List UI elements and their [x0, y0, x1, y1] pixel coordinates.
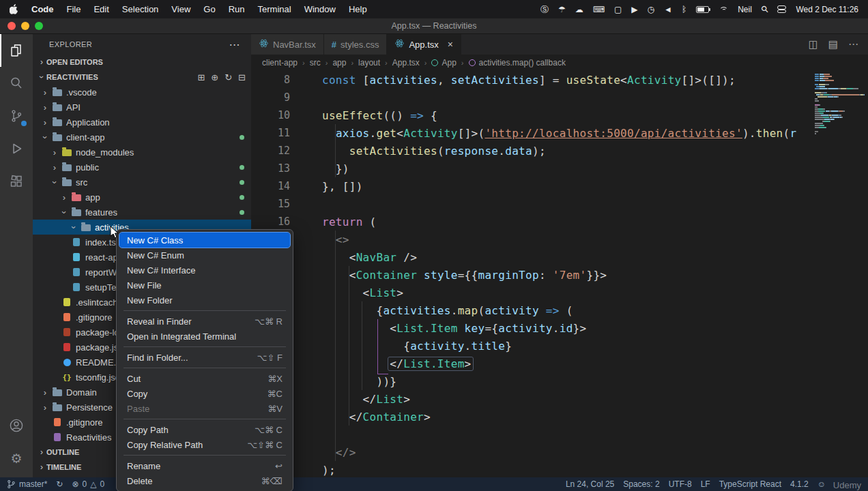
cloud-icon[interactable]: ☁: [575, 5, 583, 14]
menu-run[interactable]: Run: [229, 4, 245, 14]
new-file-icon[interactable]: ⊞: [197, 72, 205, 83]
keyboard-icon[interactable]: ⌨: [593, 5, 605, 14]
context-menu-item-copy-path[interactable]: Copy Path⌥⌘ C: [119, 422, 290, 437]
umbrella-icon[interactable]: ☂: [558, 5, 566, 14]
problems-indicator[interactable]: ⊗ 0 △ 0: [72, 479, 104, 489]
tree-folder-src[interactable]: ›src: [33, 175, 251, 190]
indent-guide: [349, 266, 349, 426]
git-modified-dot: [240, 165, 244, 170]
close-icon[interactable]: ×: [448, 39, 453, 50]
extensions-icon[interactable]: [0, 165, 33, 198]
context-menu-item-copy-relative-path[interactable]: Copy Relative Path⌥⇧⌘ C: [119, 437, 290, 452]
zoom-window-button[interactable]: [35, 22, 43, 30]
context-menu-item-new-folder[interactable]: New Folder: [119, 293, 290, 308]
more-actions-icon[interactable]: ⋯: [848, 38, 858, 50]
tree-folder-api[interactable]: ›API: [33, 100, 251, 115]
display-icon[interactable]: ▢: [614, 5, 622, 14]
context-menu-item-copy[interactable]: Copy⌘C: [119, 386, 290, 401]
explorer-icon[interactable]: [0, 34, 33, 67]
line-number: 16: [251, 215, 290, 228]
minimap[interactable]: [811, 71, 868, 477]
source-control-icon[interactable]: [0, 100, 33, 132]
context-menu-item-open-in-integrated-terminal[interactable]: Open in Integrated Terminal: [119, 329, 290, 344]
new-folder-icon[interactable]: ⊕: [211, 72, 218, 83]
settings-gear-icon[interactable]: ⚙: [0, 442, 33, 475]
code-editor[interactable]: 8const [activities, setActivities] = use…: [251, 71, 868, 477]
apple-menu-icon[interactable]: [10, 4, 18, 14]
context-menu-item-find-in-folder-[interactable]: Find in Folder...⌥⇧ F: [119, 350, 290, 365]
indentation[interactable]: Spaces: 2: [623, 479, 659, 489]
tree-folder-application[interactable]: ›Application: [33, 115, 251, 130]
minimize-window-button[interactable]: [21, 22, 29, 30]
search-icon[interactable]: ⚲: [759, 3, 770, 15]
language-mode[interactable]: TypeScript React: [719, 479, 781, 489]
menu-file[interactable]: File: [67, 4, 81, 14]
breadcrumb-item-app-tsx[interactable]: App.tsx: [392, 58, 420, 68]
menubar-clock[interactable]: Wed 2 Dec 11:26: [796, 5, 858, 14]
tree-folder-client-app[interactable]: ›client-app: [33, 130, 251, 145]
menu-edit[interactable]: Edit: [93, 4, 108, 14]
menu-selection[interactable]: Selection: [122, 4, 158, 14]
breadcrumb-item-app[interactable]: App: [431, 58, 456, 68]
collapse-all-icon[interactable]: ⊟: [238, 72, 246, 83]
git-modified-dot: [240, 135, 244, 140]
ts-version[interactable]: 4.1.2: [790, 479, 809, 489]
breadcrumb-item-layout[interactable]: layout: [358, 58, 380, 68]
context-menu-item-cut[interactable]: Cut⌘X: [119, 371, 290, 386]
encoding[interactable]: UTF-8: [669, 479, 692, 489]
search-icon[interactable]: [0, 67, 33, 100]
tab-navbar.tsx[interactable]: NavBar.tsx: [251, 34, 324, 55]
menu-window[interactable]: Window: [304, 4, 336, 14]
battery-icon[interactable]: [696, 6, 709, 13]
git-branch-indicator[interactable]: master*: [7, 479, 47, 489]
tab-styles.css[interactable]: #styles.css: [324, 34, 388, 55]
section-reactivities[interactable]: › REACTIVITIES ⊞⊕↻⊟: [33, 70, 251, 85]
clock-icon[interactable]: ◷: [648, 5, 654, 14]
refresh-icon[interactable]: ↻: [225, 72, 232, 83]
feedback-icon[interactable]: ☺: [818, 479, 826, 489]
account-icon[interactable]: [0, 409, 33, 442]
context-menu-item-new-c-interface[interactable]: New C# Interface: [119, 263, 290, 278]
breadcrumb-item-src[interactable]: src: [310, 58, 321, 68]
sync-icon[interactable]: ↻: [56, 479, 63, 489]
folder-icon: [50, 103, 64, 111]
context-menu-item-new-c-class[interactable]: New C# Class: [119, 233, 290, 248]
tree-folder-public[interactable]: ›public: [33, 160, 251, 175]
play-circle-icon[interactable]: ▶: [631, 5, 637, 14]
menu-help[interactable]: Help: [349, 4, 367, 14]
split-editor-icon[interactable]: ◫: [809, 38, 818, 50]
file-icon: [70, 238, 83, 246]
tree-folder-features[interactable]: ›features: [33, 205, 251, 220]
breadcrumb-item-client-app[interactable]: client-app: [262, 58, 298, 68]
folder-icon: [50, 118, 64, 126]
tree-folder-app[interactable]: ›app: [33, 190, 251, 205]
close-window-button[interactable]: [8, 22, 16, 30]
menu-go[interactable]: Go: [203, 4, 215, 14]
tab-app.tsx[interactable]: App.tsx×: [387, 34, 461, 55]
menu-code[interactable]: Code: [31, 4, 54, 14]
cursor-position[interactable]: Ln 24, Col 25: [566, 479, 614, 489]
breadcrumb-item-activities-map-callback[interactable]: activities.map() callback: [469, 58, 566, 68]
context-menu-item-new-c-enum[interactable]: New C# Enum: [119, 248, 290, 263]
menu-view[interactable]: View: [171, 4, 190, 14]
tree-folder-.vscode[interactable]: ›.vscode: [33, 85, 251, 100]
run-debug-icon[interactable]: [0, 132, 33, 165]
bluetooth-icon[interactable]: ᛒ: [682, 5, 686, 14]
menubar-user-name[interactable]: Neil: [738, 5, 752, 14]
volume-icon[interactable]: ◄: [664, 5, 672, 14]
menu-terminal[interactable]: Terminal: [258, 4, 291, 14]
more-actions-icon[interactable]: ⋯: [229, 38, 240, 51]
context-menu-item-rename[interactable]: Rename↩: [119, 458, 290, 473]
tree-folder-node_modules[interactable]: ›node_modules: [33, 145, 251, 160]
section-open-editors[interactable]: › OPEN EDITORS: [33, 55, 251, 70]
eol-sequence[interactable]: LF: [701, 479, 710, 489]
layout-icon[interactable]: ▤: [828, 38, 838, 50]
control-center-icon[interactable]: [777, 5, 786, 14]
tree-item-label: node_modules: [76, 147, 134, 158]
context-menu-item-reveal-in-finder[interactable]: Reveal in Finder⌥⌘ R: [119, 314, 290, 329]
context-menu-item-new-file[interactable]: New File: [119, 278, 290, 293]
breadcrumb-item-app[interactable]: app: [332, 58, 346, 68]
wifi-icon[interactable]: [719, 6, 728, 13]
context-menu-item-delete[interactable]: Delete⌘⌫: [119, 473, 290, 488]
s-badge-icon[interactable]: Ⓢ: [540, 5, 549, 14]
